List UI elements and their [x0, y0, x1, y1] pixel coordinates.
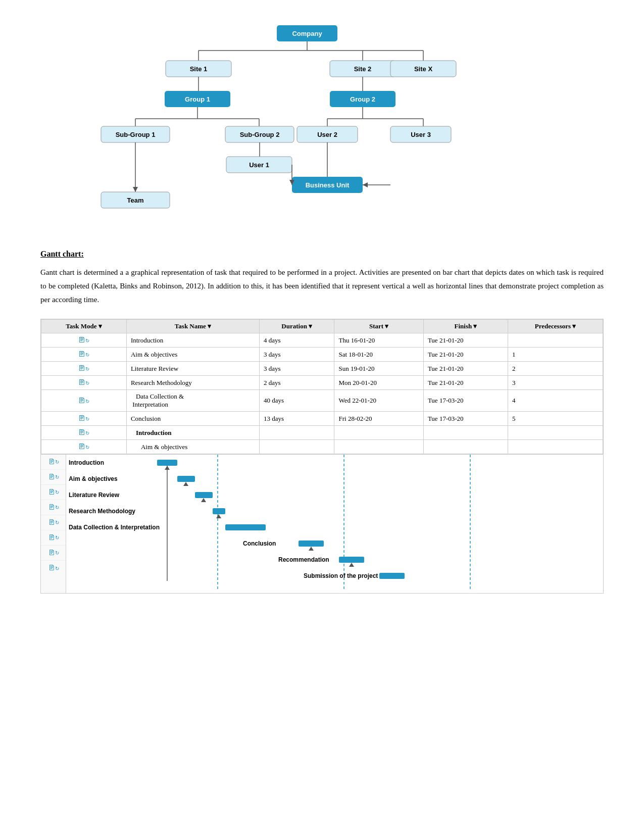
task-name-cell-2: Aim & objectives	[126, 348, 259, 362]
task-name-cell-5: Data Collection & Interpretation	[126, 390, 259, 412]
gantt-bars-svg: Introduction Aim & objectives Literature…	[66, 455, 597, 591]
bar-label-4: Research Methodology	[69, 508, 135, 515]
pred-cell-5: 4	[508, 390, 603, 412]
task-mode-cell-1: 🖹↻	[41, 333, 127, 348]
duration-sort[interactable]: ▾	[309, 322, 312, 330]
businessunit-node: Business Unit	[305, 181, 349, 189]
gantt-row-3: 🖹↻Literature Review3 daysSun 19-01-20Tue…	[41, 362, 603, 376]
bar-research	[213, 508, 225, 514]
bar-icon-7: 🖹↻	[41, 546, 66, 561]
gantt-section: Gantt chart: Gantt chart is determined a…	[40, 250, 604, 594]
pred-cell-8	[508, 440, 603, 454]
start-cell-4: Mon 20-01-20	[334, 376, 423, 390]
subgroup2-node: Sub-Group 2	[239, 131, 279, 138]
task-name-cell-7: Introduction	[126, 426, 259, 440]
task-name-cell-8: Aim & objectives	[126, 440, 259, 454]
bar-label-2: Aim & objectives	[69, 475, 118, 482]
gantt-row-1: 🖹↻Introduction4 daysThu 16-01-20Tue 21-0…	[41, 333, 603, 348]
gantt-icon-col: 🖹↻ 🖹↻ 🖹↻ 🖹↻ 🖹↻ 🖹↻ 🖹↻ 🖹↻	[41, 455, 66, 593]
gantt-title: Gantt chart:	[40, 250, 604, 259]
pred-cell-6: 5	[508, 412, 603, 426]
gantt-row-4: 🖹↻Research Methodology2 daysMon 20-01-20…	[41, 376, 603, 390]
bar-label-6: Conclusion	[243, 540, 276, 547]
finish-cell-3: Tue 21-01-20	[423, 362, 508, 376]
task-mode-cell-2: 🖹↻	[41, 348, 127, 362]
duration-cell-7	[260, 426, 334, 440]
svg-marker-32	[363, 182, 368, 187]
bar-icon-2: 🖹↻	[41, 470, 66, 485]
pred-cell-1	[508, 333, 603, 348]
gantt-row-2: 🖹↻Aim & objectives3 daysSat 18-01-20Tue …	[41, 348, 603, 362]
gantt-bar-section: 🖹↻ 🖹↻ 🖹↻ 🖹↻ 🖹↻ 🖹↻ 🖹↻ 🖹↻ Introduction	[41, 454, 603, 593]
task-name-cell-3: Literature Review	[126, 362, 259, 376]
finish-cell-8	[423, 440, 508, 454]
svg-marker-44	[349, 563, 354, 567]
finish-cell-2: Tue 21-01-20	[423, 348, 508, 362]
user1-node: User 1	[249, 161, 269, 169]
task-name-sort[interactable]: ▾	[208, 322, 211, 330]
finish-cell-4: Tue 21-01-20	[423, 376, 508, 390]
svg-marker-43	[309, 547, 314, 551]
task-mode-sort[interactable]: ▾	[98, 322, 102, 330]
bar-label-7: Recommendation	[278, 556, 329, 563]
org-chart-svg: .box-blue { fill: #2196c4; } .box-light …	[80, 20, 565, 232]
pred-sort[interactable]: ▾	[572, 322, 576, 330]
subgroup1-node: Sub-Group 1	[115, 131, 155, 138]
pred-cell-3: 2	[508, 362, 603, 376]
duration-cell-1: 4 days	[260, 333, 334, 348]
gantt-row-8: 🖹↻Aim & objectives	[41, 440, 603, 454]
finish-cell-1: Tue 21-01-20	[423, 333, 508, 348]
pred-cell-2: 1	[508, 348, 603, 362]
gantt-description: Gantt chart is determined a a graphical …	[40, 266, 604, 307]
bar-rec	[339, 557, 364, 563]
task-name-cell-1: Introduction	[126, 333, 259, 348]
col-predecessors: Predecessors ▾	[508, 320, 603, 333]
task-name-cell-4: Research Methodology	[126, 376, 259, 390]
user3-node: User 3	[411, 131, 431, 138]
bar-icon-1: 🖹↻	[41, 455, 66, 470]
gantt-table-wrapper: Task Mode ▾ Task Name ▾ Duration ▾ Start…	[40, 319, 604, 594]
finish-cell-7	[423, 426, 508, 440]
task-mode-cell-6: 🖹↻	[41, 412, 127, 426]
start-cell-2: Sat 18-01-20	[334, 348, 423, 362]
gantt-row-7: 🖹↻Introduction	[41, 426, 603, 440]
bar-icon-5: 🖹↻	[41, 515, 66, 530]
svg-marker-41	[201, 498, 206, 502]
duration-cell-5: 40 days	[260, 390, 334, 412]
task-mode-cell-8: 🖹↻	[41, 440, 127, 454]
bar-icon-4: 🖹↻	[41, 500, 66, 515]
bar-conclusion	[299, 541, 324, 547]
svg-marker-34	[133, 187, 138, 192]
site2-node: Site 2	[354, 65, 371, 73]
group2-node: Group 2	[350, 95, 375, 103]
col-duration: Duration ▾	[260, 320, 334, 333]
duration-cell-2: 3 days	[260, 348, 334, 362]
gantt-header-row: Task Mode ▾ Task Name ▾ Duration ▾ Start…	[41, 320, 603, 333]
start-cell-7	[334, 426, 423, 440]
task-mode-cell-4: 🖹↻	[41, 376, 127, 390]
task-mode-cell-7: 🖹↻	[41, 426, 127, 440]
company-node: Company	[292, 30, 322, 37]
gantt-bars-container: Introduction Aim & objectives Literature…	[66, 455, 603, 593]
bar-sub	[379, 573, 405, 579]
task-mode-cell-5: 🖹↻	[41, 390, 127, 412]
duration-cell-4: 2 days	[260, 376, 334, 390]
col-start: Start ▾	[334, 320, 423, 333]
col-task-name: Task Name ▾	[126, 320, 259, 333]
duration-cell-6: 13 days	[260, 412, 334, 426]
start-sort[interactable]: ▾	[385, 322, 388, 330]
pred-cell-4: 3	[508, 376, 603, 390]
svg-marker-42	[216, 514, 221, 518]
start-cell-5: Wed 22-01-20	[334, 390, 423, 412]
site1-node: Site 1	[189, 65, 207, 73]
start-cell-3: Sun 19-01-20	[334, 362, 423, 376]
org-chart: .box-blue { fill: #2196c4; } .box-light …	[80, 20, 565, 234]
bar-aim	[177, 476, 195, 482]
finish-cell-5: Tue 17-03-20	[423, 390, 508, 412]
finish-sort[interactable]: ▾	[473, 322, 477, 330]
task-mode-cell-3: 🖹↻	[41, 362, 127, 376]
duration-cell-8	[260, 440, 334, 454]
user2-node: User 2	[317, 131, 337, 138]
siteX-node: Site X	[414, 65, 432, 73]
gantt-table: Task Mode ▾ Task Name ▾ Duration ▾ Start…	[41, 319, 603, 454]
